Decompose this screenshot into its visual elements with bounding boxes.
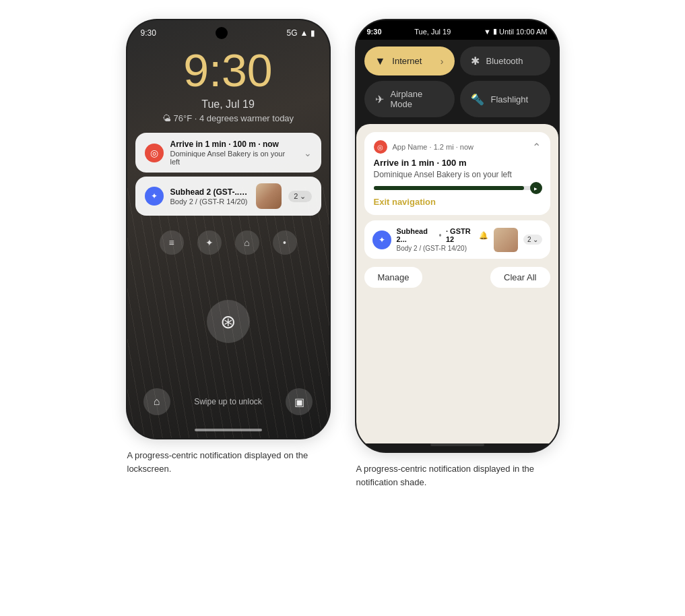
bluetooth-icon: ✱	[471, 55, 480, 67]
shade-second-title: Subhead 2... · GSTR 12 🔔	[397, 227, 488, 243]
dock-icon-3[interactable]: ⌂	[235, 230, 259, 255]
qs-bluetooth-label: Bluetooth	[486, 56, 540, 66]
flashlight-icon: 🔦	[471, 93, 484, 106]
lock-dock: ≡ ✦ ⌂ •	[127, 225, 329, 260]
dock-icon-2[interactable]: ✦	[197, 230, 222, 255]
shade-notif-title: Arrive in 1 min · 100 m	[374, 158, 541, 168]
lock-date: Tue, Jul 19	[127, 93, 329, 111]
shade-caption: A progress-centric notification displaye…	[356, 462, 558, 489]
signal-label: 5G	[287, 28, 298, 38]
battery-icon: ▮	[311, 28, 315, 38]
shade-collapse-icon[interactable]: ⌃	[532, 141, 541, 154]
lock-weather: 🌤 76°F · 4 degrees warmer today	[127, 111, 329, 123]
home-indicator	[195, 429, 262, 431]
lock-notifications: ◎ Arrive in 1 min · 100 m · now Dominiqu…	[135, 133, 321, 216]
nav-notification-card[interactable]: ◎ Arrive in 1 min · 100 m · now Dominiqu…	[135, 133, 321, 173]
nav-notif-body: Dominique Ansel Bakery is on your left	[170, 150, 297, 166]
notif-dot-icon: 🔔	[479, 231, 488, 240]
qs-internet-label: Internet	[392, 56, 433, 66]
status-right-icons: 5G ▲ ▮	[287, 28, 316, 38]
notif-thumbnail	[256, 183, 282, 209]
status-time: 9:30	[141, 28, 156, 38]
manage-button[interactable]: Manage	[364, 267, 423, 288]
signal-icon: ▲	[300, 28, 308, 38]
shade-second-app-icon: ✦	[372, 230, 391, 249]
shade-actions-bar: Manage Clear All	[364, 264, 550, 290]
notif-expand-icon[interactable]: ⌄	[304, 148, 312, 158]
battery-icon: ▮	[493, 27, 497, 36]
page-container: 9:30 5G ▲ ▮ 9:30 Tue, Jul 19 🌤 76°F · 4 …	[127, 20, 558, 489]
quick-settings-panel: ▼ Internet › ✱ Bluetooth ✈ Airplane Mode	[356, 40, 558, 123]
lockscreen-section: 9:30 5G ▲ ▮ 9:30 Tue, Jul 19 🌤 76°F · 4 …	[127, 20, 329, 475]
lock-bottom-nav: ⌂ Swipe up to unlock ▣	[127, 383, 329, 426]
dock-icon-1[interactable]: ≡	[160, 230, 184, 255]
qs-tile-bluetooth[interactable]: ✱ Bluetooth	[460, 47, 550, 75]
app-notif-content: Subhead 2 (GST-... · GSTR 12 Body 2 / (G…	[170, 187, 250, 206]
lockscreen-content: 9:30 5G ▲ ▮ 9:30 Tue, Jul 19 🌤 76°F · 4 …	[127, 20, 329, 438]
shade-second-body: Body 2 / (GST-R 14/20)	[397, 245, 488, 252]
shade-nav-notif-card[interactable]: ◎ App Name · 1.2 mi · now ⌃ Arrive in 1 …	[364, 132, 550, 215]
shade-app-icon: ◎	[374, 140, 387, 154]
shade-progress-thumb	[530, 182, 542, 194]
qs-tile-internet[interactable]: ▼ Internet ›	[364, 47, 455, 75]
shade-second-badge: 2 ⌄	[523, 235, 542, 245]
camera-notch	[216, 27, 228, 39]
shade-time: 9:30	[367, 28, 382, 36]
swipe-hint: Swipe up to unlock	[194, 397, 262, 406]
qs-flashlight-label: Flashlight	[491, 94, 540, 104]
app-notif-body: Body 2 / (GST-R 14/20)	[170, 197, 250, 206]
clear-all-button[interactable]: Clear All	[490, 267, 550, 288]
shade-progress-bar	[374, 186, 541, 190]
app-notif-title: Subhead 2 (GST-... · GSTR 12	[170, 187, 250, 197]
notif-count-badge: 2 ⌄	[288, 191, 311, 202]
thumbnail-image	[256, 183, 282, 209]
shade-status-bar: 9:30 Tue, Jul 19 ▼ ▮ Until 10:00 AM	[356, 20, 558, 40]
shade-date: Tue, Jul 19	[414, 28, 451, 36]
nav-notif-content: Arrive in 1 min · 100 m · now Dominique …	[170, 140, 297, 166]
shade-status-right: ▼ ▮ Until 10:00 AM	[484, 27, 547, 36]
dnd-label: Until 10:00 AM	[499, 28, 548, 36]
app-notification-card[interactable]: ✦ Subhead 2 (GST-... · GSTR 12 Body 2 / …	[135, 177, 321, 216]
lock-time-display: 9:30	[127, 39, 329, 93]
qs-tile-airplane[interactable]: ✈ Airplane Mode	[364, 81, 455, 117]
shade-second-notif-card[interactable]: ✦ Subhead 2... · GSTR 12 🔔 Body 2 / (GST…	[364, 220, 550, 259]
internet-icon: ▼	[375, 55, 386, 67]
nav-app-icon: ◎	[145, 144, 164, 162]
shade-second-thumbnail	[494, 228, 518, 252]
lockscreen-status-bar: 9:30 5G ▲ ▮	[127, 20, 329, 39]
shade-exit-nav-button[interactable]: Exit navigation	[374, 197, 541, 207]
lockscreen-phone: 9:30 5G ▲ ▮ 9:30 Tue, Jul 19 🌤 76°F · 4 …	[127, 20, 329, 438]
recents-button[interactable]: ▣	[286, 388, 313, 415]
shade-progress-fill	[374, 186, 524, 190]
shade-section: 9:30 Tue, Jul 19 ▼ ▮ Until 10:00 AM ▼ In…	[356, 20, 558, 489]
dock-icon-4[interactable]: •	[273, 230, 297, 255]
notification-shade-panel: ◎ App Name · 1.2 mi · now ⌃ Arrive in 1 …	[356, 124, 558, 443]
fingerprint-button[interactable]: ⊛	[207, 300, 250, 343]
shade-second-content: Subhead 2... · GSTR 12 🔔 Body 2 / (GST-R…	[397, 227, 488, 252]
nav-notif-title: Arrive in 1 min · 100 m · now	[170, 140, 297, 149]
airplane-icon: ✈	[375, 93, 384, 106]
shade-app-name-label: App Name · 1.2 mi · now	[393, 143, 527, 151]
home-button[interactable]: ⌂	[143, 388, 170, 415]
shade-notif-header: ◎ App Name · 1.2 mi · now ⌃	[374, 140, 541, 154]
app-notif-icon: ✦	[145, 187, 164, 206]
shade-home-indicator	[430, 443, 484, 446]
shade-content: 9:30 Tue, Jul 19 ▼ ▮ Until 10:00 AM ▼ In…	[356, 20, 558, 452]
lockscreen-caption: A progress-centric notification displaye…	[127, 449, 329, 475]
qs-tile-flashlight[interactable]: 🔦 Flashlight	[460, 81, 550, 117]
internet-arrow-icon: ›	[441, 56, 444, 67]
qs-airplane-label: Airplane Mode	[391, 89, 444, 109]
fingerprint-area: ⊛	[127, 260, 329, 383]
shade-notif-body: Dominique Ansel Bakery is on your left	[374, 170, 541, 179]
dot-separator	[439, 234, 441, 237]
shade-phone: 9:30 Tue, Jul 19 ▼ ▮ Until 10:00 AM ▼ In…	[356, 20, 558, 452]
wifi-icon: ▼	[484, 28, 491, 36]
